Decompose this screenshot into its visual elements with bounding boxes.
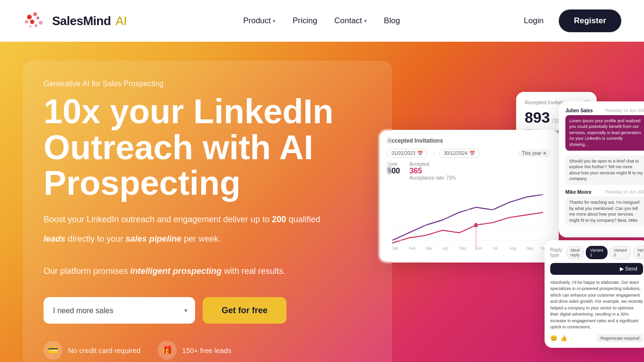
reply-tab-v2[interactable]: Variant 2 [609,246,631,259]
select-wrapper: I need more sales I need more leads I ne… [44,297,195,324]
svg-text:Aug: Aug [510,245,517,250]
svg-point-1 [27,15,32,19]
reply-tab-ideal[interactable]: Ideal reply [566,246,584,259]
chart-card: Accepted Invitations 01/01/2023 📅 → 30/1… [379,130,559,262]
svg-text:Jul: Jul [493,245,498,250]
like-icon[interactable]: 👍 [560,335,567,342]
navbar: SalesMind AI Product ▾ Pricing Contact ▾… [0,0,644,42]
reply-tab-v1[interactable]: Variant 1 [586,246,608,259]
hero-perks: 💳 No credit card required 🎁 150+ free le… [44,341,371,360]
msg-item-2: Should you be open to a brief chat to ex… [565,155,644,185]
hero-section: Generative AI for Sales Prospecting 10x … [0,42,644,362]
register-button[interactable]: Register [559,9,621,32]
hero-title: 10x your LinkedIn Outreach with AI Prosp… [44,94,371,201]
perk2-text: 150+ free leads [182,346,232,354]
chevron-down-icon-2: ▾ [364,18,367,24]
logo-icon [23,9,47,33]
svg-point-3 [25,20,28,24]
regenerate-button[interactable]: Regenerate respond [597,335,643,342]
svg-text:May: May [459,245,467,250]
svg-text:Apr: Apr [442,245,448,250]
brand-ai: AI [116,14,127,28]
svg-point-2 [33,12,37,16]
svg-point-8 [29,26,32,28]
logo[interactable]: SalesMind AI [23,9,127,33]
period-badge: This year ✕ [518,149,550,157]
svg-point-6 [39,21,43,25]
chart-stats: Sent 500 Accepted 365 Acceptance rate: 7… [387,162,550,181]
cta-button[interactable]: Get for free [203,297,286,324]
chevron-down-icon: ▾ [273,18,276,24]
hero-body: leads directly to your sales pipeline pe… [44,232,371,246]
chart-area: Jan Feb Mar Apr May Jun Jul Aug Sep Oct [387,184,550,251]
reply-tab-v3[interactable]: Variant 3 [633,246,644,259]
date-from[interactable]: 01/01/2023 📅 [387,149,427,158]
msg-header-2: Mike Moore Thursday 13 Jun 2023 [565,190,644,195]
msg-item-3: Mike Moore Thursday 13 Jun 2023 Thanks f… [565,190,644,226]
reply-body: Absolutely, I'd be happy to elaborate. O… [550,280,643,331]
msg-bubble-3: Thanks for reaching out. I'm intrigued b… [565,197,644,226]
perk-no-card: 💳 No credit card required [44,341,141,360]
reply-send-bar: ▶ Send [550,263,643,275]
need-select[interactable]: I need more sales I need more leads I ne… [44,297,195,324]
nav-actions: Login Register [516,9,621,32]
nav-pricing[interactable]: Pricing [286,12,324,29]
msg-bubble-1: Lorem ipsum your profile and realized yo… [565,115,644,151]
svg-point-5 [36,17,39,19]
hero-subtitle: Boost your LinkedIn outreach and engagem… [44,213,371,226]
svg-point-4 [30,20,35,24]
credit-card-icon: 💳 [44,341,63,360]
nav-links: Product ▾ Pricing Contact ▾ Blog [236,12,406,29]
svg-text:Jan: Jan [392,245,398,250]
accepted-stat: Accepted 365 Acceptance rate: 73% [410,162,456,181]
msg-header-1: Julien Sales Thursday 13 Jun 2023 [565,108,644,113]
msg-bubble-2: Should you be open to a brief chat to ex… [565,155,644,185]
nav-blog[interactable]: Blog [377,12,407,29]
hero-cta: I need more sales I need more leads I ne… [44,297,371,324]
reply-actions: 😊 👍 Regenerate respond [550,335,643,342]
svg-text:Sep: Sep [526,245,533,250]
dashboard-mockup: ✉ Accepted Invitations 893 /1000 89% Acc… [379,92,644,348]
svg-text:Feb: Feb [409,245,416,250]
hero-body2: Our platform promises intelligent prospe… [44,264,371,278]
perk-free-leads: 🎁 150+ free leads [158,341,232,360]
hero-content: Generative AI for Sales Prospecting 10x … [23,61,392,362]
reply-tabs: Reply type Ideal reply Variant 1 Variant… [550,246,643,259]
date-row: 01/01/2023 📅 → 30/12/2024 📅 This year ✕ [387,149,550,158]
hero-tagline: Generative AI for Sales Prospecting [44,80,371,88]
brand-name: SalesMind [52,14,111,28]
login-button[interactable]: Login [516,12,551,29]
emoji-icon[interactable]: 😊 [550,335,557,342]
svg-point-7 [35,24,37,27]
chart-title: Accepted Invitations [387,137,550,144]
nav-contact[interactable]: Contact ▾ [328,12,374,29]
msg-item-1: Julien Sales Thursday 13 Jun 2023 Lorem … [565,108,644,151]
svg-text:Mar: Mar [426,245,432,250]
nav-product[interactable]: Product ▾ [236,12,282,29]
gift-icon: 🎁 [158,341,177,360]
message-card: Julien Sales Thursday 13 Jun 2023 Lorem … [559,101,644,238]
send-icon: ▶ Send [620,266,637,272]
svg-text:Jun: Jun [476,245,482,250]
perk1-text: No credit card required [68,346,141,354]
reply-card: Reply type Ideal reply Variant 1 Variant… [545,240,644,348]
date-to[interactable]: 30/12/2024 📅 [439,149,479,158]
